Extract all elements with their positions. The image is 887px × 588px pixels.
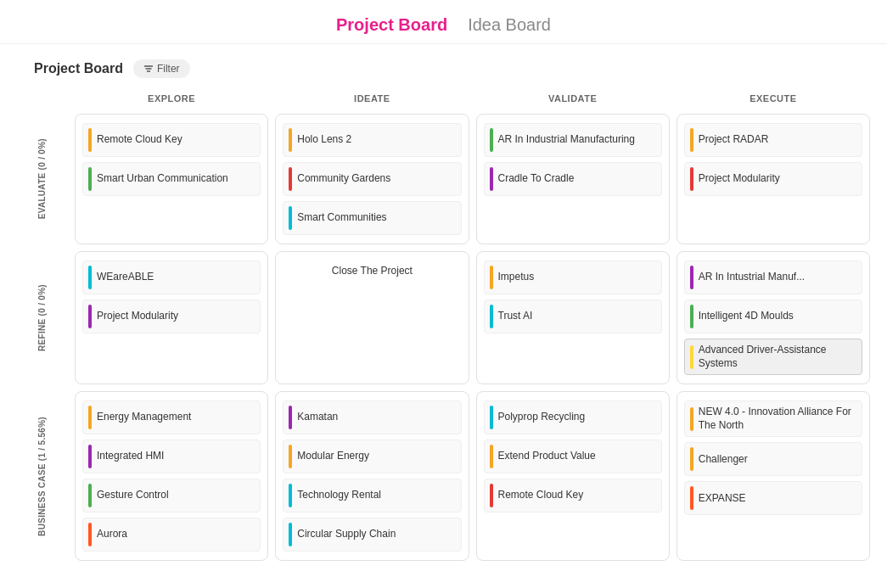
cell-r2-c2: Polyprop RecyclingExtend Product ValueRe…	[476, 391, 670, 561]
card-r1-c3-k2[interactable]: Advanced Driver-Assistance Systems	[684, 339, 862, 375]
row-label-text-2: BUSINESS CASE (1 / 5.56%)	[37, 417, 48, 536]
card-r0-c1-k2[interactable]: Smart Communities	[283, 201, 461, 235]
card-bar-r2-c1-k0	[289, 406, 292, 429]
card-text-r0-c1-k2: Smart Communities	[297, 211, 386, 225]
cell-r2-c1: KamatanModular EnergyTechnology RentalCi…	[275, 391, 469, 561]
col-header-ideate: IDEATE	[275, 87, 469, 110]
card-r0-c2-k0[interactable]: AR In Industrial Manufacturing	[484, 123, 662, 157]
cell-r1-c0: WEareABLEProject Modularity	[75, 251, 268, 384]
card-r1-c2-k0[interactable]: Impetus	[484, 260, 662, 294]
card-text-r2-c3-k2: EXPANSE	[699, 492, 746, 506]
card-text-r1-c3-k1: Intelligent 4D Moulds	[699, 310, 794, 323]
card-r1-c3-k0[interactable]: AR In Intustrial Manuf...	[684, 260, 862, 294]
card-text-r0-c1-k0: Holo Lens 2	[297, 133, 351, 147]
card-r0-c1-k0[interactable]: Holo Lens 2	[283, 123, 461, 157]
card-bar-r0-c2-k0	[490, 128, 493, 152]
card-text-r2-c1-k2: Technology Rental	[297, 489, 381, 502]
card-text-r2-c2-k1: Extend Product Value	[498, 450, 596, 463]
card-text-r2-c3-k1: Challenger	[699, 453, 748, 467]
card-r0-c0-k1[interactable]: Smart Urban Communication	[82, 162, 261, 196]
card-bar-r1-c3-k1	[690, 305, 693, 328]
card-text-r0-c0-k1: Smart Urban Communication	[97, 172, 228, 186]
nav-project-board[interactable]: Project Board	[336, 15, 447, 35]
card-bar-r2-c0-k0	[88, 406, 92, 429]
board-header: Project Board Filter	[0, 44, 887, 87]
card-bar-r2-c3-k1	[690, 447, 693, 471]
row-label-0: EVALUATE (0 / 0%)	[17, 114, 68, 244]
card-bar-r1-c0-k1	[88, 305, 92, 328]
card-text-r0-c2-k1: Cradle To Cradle	[498, 172, 575, 186]
card-r2-c3-k0[interactable]: NEW 4.0 - Innovation Alliance For The No…	[684, 400, 862, 437]
card-r2-c0-k2[interactable]: Gesture Control	[82, 479, 261, 512]
row-label-2: BUSINESS CASE (1 / 5.56%)	[17, 391, 68, 561]
card-text-r2-c1-k3: Circular Supply Chain	[297, 528, 396, 541]
card-close-project[interactable]: Close The Project	[283, 260, 461, 283]
card-bar-r0-c2-k1	[490, 167, 493, 191]
card-r1-c3-k1[interactable]: Intelligent 4D Moulds	[684, 300, 862, 333]
nav-idea-board[interactable]: Idea Board	[468, 15, 551, 35]
card-bar-r2-c2-k2	[490, 484, 493, 507]
card-r0-c3-k1[interactable]: Project Modularity	[684, 162, 862, 196]
card-bar-r2-c0-k2	[88, 484, 92, 507]
card-bar-r2-c0-k1	[88, 445, 92, 468]
card-bar-r0-c3-k1	[690, 167, 693, 191]
cell-r2-c0: Energy ManagementIntegrated HMIGesture C…	[75, 391, 268, 561]
card-bar-r1-c2-k0	[490, 266, 493, 289]
card-text-r2-c3-k0: NEW 4.0 - Innovation Alliance For The No…	[699, 406, 856, 432]
board-row-1: REFINE (0 / 0%)WEareABLEProject Modulari…	[17, 251, 870, 384]
card-bar-r1-c0-k0	[88, 266, 92, 289]
filter-label: Filter	[157, 63, 180, 75]
board-title: Project Board	[34, 61, 123, 76]
board-rows: EVALUATE (0 / 0%)Remote Cloud KeySmart U…	[17, 114, 870, 561]
card-bar-r2-c1-k3	[289, 523, 292, 546]
card-r0-c1-k1[interactable]: Community Gardens	[283, 162, 461, 196]
filter-icon	[143, 64, 154, 74]
col-header-execute: EXECUTE	[676, 87, 870, 110]
card-text-close-project: Close The Project	[332, 265, 413, 278]
card-bar-r2-c3-k2	[690, 486, 693, 510]
filter-button[interactable]: Filter	[133, 59, 190, 78]
card-r2-c2-k2[interactable]: Remote Cloud Key	[484, 479, 662, 512]
card-r2-c3-k1[interactable]: Challenger	[684, 442, 862, 476]
cell-r1-c1: Close The Project	[275, 251, 469, 384]
cell-r0-c1: Holo Lens 2Community GardensSmart Commun…	[275, 114, 469, 244]
card-text-r2-c0-k2: Gesture Control	[97, 489, 169, 502]
card-r0-c3-k0[interactable]: Project RADAR	[684, 123, 862, 157]
card-text-r0-c3-k0: Project RADAR	[699, 133, 769, 147]
card-r2-c1-k0[interactable]: Kamatan	[283, 400, 461, 434]
card-text-r2-c0-k1: Integrated HMI	[97, 450, 164, 463]
card-text-r0-c1-k1: Community Gardens	[297, 172, 390, 186]
col-header-validate: VALIDATE	[476, 87, 670, 110]
card-r2-c1-k2[interactable]: Technology Rental	[283, 479, 461, 512]
card-r1-c2-k1[interactable]: Trust AI	[484, 300, 662, 333]
card-text-r1-c3-k0: AR In Intustrial Manuf...	[699, 271, 805, 284]
card-r2-c1-k3[interactable]: Circular Supply Chain	[283, 518, 461, 552]
card-bar-r2-c0-k3	[88, 523, 92, 546]
card-r2-c1-k1[interactable]: Modular Energy	[283, 440, 461, 473]
card-r2-c2-k0[interactable]: Polyprop Recycling	[484, 400, 662, 434]
card-text-r0-c3-k1: Project Modularity	[699, 172, 780, 186]
cell-r2-c3: NEW 4.0 - Innovation Alliance For The No…	[676, 391, 870, 561]
card-r2-c0-k1[interactable]: Integrated HMI	[82, 440, 261, 473]
card-r2-c0-k0[interactable]: Energy Management	[82, 400, 261, 434]
card-r1-c0-k0[interactable]: WEareABLE	[82, 260, 261, 294]
card-bar-r0-c0-k0	[88, 128, 92, 152]
card-bar-r2-c2-k0	[490, 406, 493, 429]
card-bar-r1-c2-k1	[490, 305, 493, 328]
card-r0-c0-k0[interactable]: Remote Cloud Key	[82, 123, 261, 157]
card-r2-c2-k1[interactable]: Extend Product Value	[484, 440, 662, 473]
card-text-r2-c2-k2: Remote Cloud Key	[498, 489, 584, 502]
card-text-r2-c0-k0: Energy Management	[97, 411, 191, 424]
card-text-r2-c1-k0: Kamatan	[297, 411, 338, 424]
card-text-r1-c0-k0: WEareABLE	[97, 271, 154, 284]
card-r2-c0-k3[interactable]: Aurora	[82, 518, 261, 552]
card-text-r1-c0-k1: Project Modularity	[97, 310, 178, 323]
card-text-r1-c2-k0: Impetus	[498, 271, 535, 284]
card-r1-c0-k1[interactable]: Project Modularity	[82, 300, 261, 333]
cell-r0-c3: Project RADARProject Modularity	[676, 114, 870, 244]
card-text-r1-c3-k2: Advanced Driver-Assistance Systems	[699, 344, 856, 370]
card-r0-c2-k1[interactable]: Cradle To Cradle	[484, 162, 662, 196]
card-r2-c3-k2[interactable]: EXPANSE	[684, 481, 862, 515]
col-header-explore: EXPLORE	[75, 87, 268, 110]
card-bar-r2-c2-k1	[490, 445, 493, 468]
